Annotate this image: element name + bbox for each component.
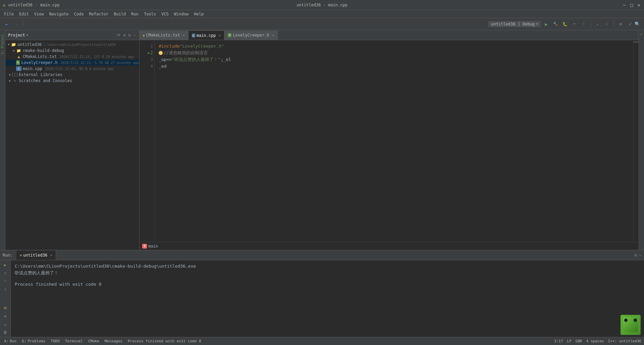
status-language[interactable]: C++: untitled36 bbox=[608, 339, 641, 343]
menu-window[interactable]: Window bbox=[171, 11, 191, 17]
bottom-minimize-icon[interactable]: − bbox=[639, 253, 641, 258]
status-message: Process finished with exit code 0 bbox=[128, 339, 201, 343]
status-position[interactable]: 3:17 bbox=[554, 339, 563, 343]
menu-file[interactable]: File bbox=[1, 11, 16, 17]
console-scroll-up-button[interactable]: ↑ bbox=[2, 278, 9, 284]
status-indent[interactable]: 4 spaces bbox=[586, 339, 604, 343]
hide-icon[interactable]: − bbox=[133, 32, 137, 38]
bottom-tab-run[interactable]: ◉ untitled36 ✕ bbox=[16, 251, 56, 260]
console-stop-button[interactable]: ◼ bbox=[2, 270, 9, 276]
console-content: ▶ ◼ ↑ ↓ ⟳ ≡ ↵ 🗑 C:\Users\mm\CLionProject… bbox=[0, 260, 644, 337]
lovelyCreeper-name: LovelyCreeper.h bbox=[21, 60, 57, 65]
run-tab-close[interactable]: ✕ bbox=[50, 253, 52, 257]
project-side-tab[interactable]: 1: Project bbox=[0, 31, 5, 57]
menu-help[interactable]: Help bbox=[191, 11, 206, 17]
console-blank-line bbox=[15, 276, 640, 281]
code-editor[interactable]: #include "LovelyCreeper.h" //请忽略我的自制语言 _… bbox=[155, 40, 633, 242]
menu-edit[interactable]: Edit bbox=[16, 11, 32, 17]
console-line-2: 听说点赞的人最帅了！ bbox=[15, 270, 640, 276]
right-check-icon[interactable]: ✓ bbox=[640, 31, 643, 37]
full-title: untitled36 - main.cpp bbox=[297, 3, 347, 7]
status-tab-run[interactable]: 4: Run bbox=[3, 339, 18, 343]
status-tab-terminal[interactable]: Terminal bbox=[64, 339, 84, 343]
menu-view[interactable]: View bbox=[32, 11, 47, 17]
content-area: ▲ CMakeLists.txt ✕ c main.cpp ✕ h Lovely… bbox=[140, 30, 639, 250]
tree-cmakelists[interactable]: ▲ CMakeLists.txt 2020/7/21 22:14, 137 B … bbox=[5, 54, 139, 60]
menu-refactor[interactable]: Refactor bbox=[86, 11, 111, 17]
console-play-button[interactable]: ▶ bbox=[2, 262, 9, 268]
bottom-tabs-right: ⚙ − bbox=[635, 253, 641, 258]
todo-tab-name: TODO bbox=[51, 339, 60, 343]
settings-icon[interactable]: ⚙ bbox=[128, 32, 131, 38]
maximize-button[interactable]: □ bbox=[629, 3, 634, 7]
coverage-button[interactable]: ☂ bbox=[570, 20, 578, 28]
console-wrap-button[interactable]: ↵ bbox=[2, 321, 9, 328]
tree-scratches[interactable]: ▶ ✎ Scratches and Consoles bbox=[5, 78, 139, 84]
console-tree-button[interactable]: ≡ bbox=[2, 313, 9, 320]
cpp-file-icon: c bbox=[16, 66, 21, 71]
status-tab-cmake[interactable]: CMake bbox=[87, 339, 101, 343]
bottom-settings-icon[interactable]: ⚙ bbox=[635, 253, 637, 258]
minimize-button[interactable]: − bbox=[622, 3, 627, 7]
back-button[interactable]: ← bbox=[3, 20, 11, 28]
tree-root[interactable]: ▼ 📁 untitled36 C:\Users\mm\CLionProjects… bbox=[5, 42, 139, 48]
cmake-tab-label: CMakeLists.txt bbox=[146, 33, 180, 38]
menu-navigate[interactable]: Navigate bbox=[47, 11, 71, 17]
editor-area: 1 ▶ 2 3 4 #include "LovelyCreeper.h" bbox=[140, 40, 639, 242]
cmake-tab-icon: ▲ bbox=[143, 33, 145, 37]
menu-vcs[interactable]: VCS bbox=[159, 11, 171, 17]
console-scroll-down-button[interactable]: ↓ bbox=[2, 286, 9, 292]
vcs-update-button[interactable]: ↓ bbox=[593, 20, 601, 28]
status-left: 4: Run 6: Problems TODO Terminal CMake M… bbox=[3, 339, 201, 343]
console-program-output: 听说点赞的人最帅了！ bbox=[15, 270, 58, 275]
collapse-all-icon[interactable]: ≡ bbox=[122, 32, 126, 38]
mascot-eye-right bbox=[634, 319, 637, 322]
root-folder-icon: 📁 bbox=[11, 42, 16, 47]
tree-external-libs[interactable]: ▶ ||| External Libraries bbox=[5, 72, 139, 78]
code-line-2: //请忽略我的自制语言 bbox=[159, 50, 629, 56]
tab-cmakelists[interactable]: ▲ CMakeLists.txt ✕ bbox=[140, 30, 189, 40]
bottom-panel: Run: ◉ untitled36 ✕ ⚙ − ▶ ◼ ↑ ↓ ⟳ ≡ ↵ 🗑 bbox=[0, 250, 644, 337]
toolbar-sep-3 bbox=[613, 21, 614, 27]
close-button[interactable]: ✕ bbox=[637, 3, 641, 7]
status-tab-problems[interactable]: 6: Problems bbox=[20, 339, 47, 343]
console-clear-button[interactable]: 🗑 bbox=[2, 329, 9, 336]
run-button[interactable]: ▶ bbox=[542, 20, 550, 28]
sync-icon[interactable]: ⟳ bbox=[116, 32, 121, 38]
console-rerun-button[interactable]: ⟳ bbox=[2, 305, 9, 312]
comment-text: //请忽略我的自制语言 bbox=[163, 50, 208, 56]
cmake-file-icon: ▲ bbox=[16, 54, 21, 59]
menu-tools[interactable]: Tools bbox=[141, 11, 159, 17]
menu-run[interactable]: Run bbox=[128, 11, 141, 17]
toolbar-sep-1 bbox=[23, 21, 23, 27]
h-tab-close[interactable]: ✕ bbox=[272, 33, 274, 38]
cmake-tab-close[interactable]: ✕ bbox=[183, 33, 185, 38]
debug-button[interactable]: 🐛 bbox=[561, 20, 569, 28]
run-config-selector[interactable]: untitled36 | Debug ▼ bbox=[488, 21, 541, 27]
tab-lovelyCreeper-h[interactable]: h LovelyCreeper.h ✕ bbox=[224, 30, 278, 40]
status-tab-messages[interactable]: Messages bbox=[103, 339, 124, 343]
status-tab-todo[interactable]: TODO bbox=[49, 339, 61, 343]
editor-scrollbar[interactable] bbox=[633, 40, 639, 242]
vcs-commit-button[interactable]: ✓ bbox=[603, 20, 611, 28]
settings-button[interactable]: ⚙ bbox=[616, 20, 625, 28]
tab-main-cpp[interactable]: c main.cpp ✕ bbox=[189, 30, 224, 40]
search-everywhere-button[interactable]: 🔍 bbox=[633, 20, 641, 28]
forward-button[interactable]: → bbox=[12, 20, 20, 28]
h-tab-icon: h bbox=[228, 33, 231, 37]
tree-cmake-build-debug[interactable]: ▶ 📁 cmake-build-debug bbox=[5, 48, 139, 54]
title-bar: ◈ untitled36 – main.cpp untitled36 - mai… bbox=[0, 0, 644, 10]
build-button[interactable]: 🔨 bbox=[551, 20, 559, 28]
profile-button[interactable]: ⚡ bbox=[580, 20, 588, 28]
main-tab-close[interactable]: ✕ bbox=[218, 33, 221, 38]
tree-main-cpp[interactable]: c main.cpp 2020/7/21 22:41, 85 B A minut… bbox=[5, 66, 139, 72]
menu-build[interactable]: Build bbox=[111, 11, 128, 17]
run-tab-name: Run bbox=[10, 339, 16, 343]
main-tab-icon: c bbox=[192, 33, 195, 38]
tree-lovelyCreeper-h[interactable]: h LovelyCreeper.h 2020/7/21 22:15, 5.78 … bbox=[5, 60, 139, 66]
title-bar-left: ◈ untitled36 – main.cpp bbox=[3, 2, 60, 8]
problems-tab-num: 6: bbox=[22, 339, 26, 343]
menu-code[interactable]: Code bbox=[71, 11, 87, 17]
status-encoding[interactable]: GBK bbox=[576, 339, 582, 343]
right-side-panel: ✓ bbox=[639, 30, 644, 250]
